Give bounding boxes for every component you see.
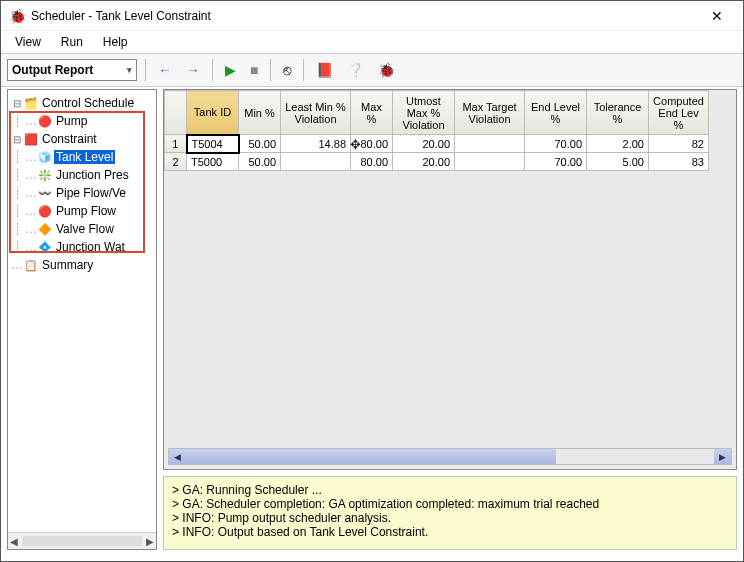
cell[interactable]: 5.00: [587, 153, 649, 171]
cell[interactable]: 80.00: [351, 153, 393, 171]
menu-view[interactable]: View: [7, 33, 49, 51]
tree-item-pump-flow[interactable]: ┊…🔴 Pump Flow: [10, 202, 154, 220]
tree-item-label: Tank Level: [54, 150, 115, 164]
cell[interactable]: 70.00: [525, 135, 587, 153]
scroll-left-icon[interactable]: ◀: [10, 536, 18, 547]
forward-button[interactable]: →: [182, 60, 204, 80]
grid-header-row: Tank ID Min % Least Min % Violation Max …: [165, 91, 709, 135]
tree-constraint[interactable]: ⊟🟥 Constraint: [10, 130, 154, 148]
tree-pump-label: Pump: [54, 114, 89, 128]
toolbar-separator: [212, 59, 213, 81]
menu-bar: View Run Help: [1, 31, 743, 53]
toolbar-separator: [145, 59, 146, 81]
toolbar-separator: [303, 59, 304, 81]
col-min[interactable]: Min %: [239, 91, 281, 135]
col-max[interactable]: Max %: [351, 91, 393, 135]
scroll-right-icon[interactable]: ▶: [714, 449, 731, 464]
scroll-thumb[interactable]: [186, 449, 556, 464]
tree-constraint-label: Constraint: [40, 132, 99, 146]
log-line: > INFO: Output based on Tank Level Const…: [172, 525, 728, 539]
cell[interactable]: 82: [649, 135, 709, 153]
row-header[interactable]: 2: [165, 153, 187, 171]
cell[interactable]: 50.00: [239, 135, 281, 153]
help-icon[interactable]: ❔: [343, 60, 368, 80]
col-tank-id[interactable]: Tank ID: [187, 91, 239, 135]
row-header[interactable]: 1: [165, 135, 187, 153]
scroll-left-icon[interactable]: ◀: [169, 449, 186, 464]
menu-help[interactable]: Help: [95, 33, 136, 51]
scroll-track[interactable]: [186, 449, 714, 464]
toolbar-separator: [270, 59, 271, 81]
cell[interactable]: 70.00: [525, 153, 587, 171]
play-button[interactable]: ▶: [221, 60, 240, 80]
col-tolerance[interactable]: Tolerance %: [587, 91, 649, 135]
valve-icon: 🔶: [38, 222, 52, 236]
scroll-right-icon[interactable]: ▶: [146, 536, 154, 547]
title-bar: 🐞 Scheduler - Tank Level Constraint ✕: [1, 1, 743, 31]
cell-tank-id[interactable]: T5004: [187, 135, 239, 153]
tree-item-tank-level[interactable]: ┊…🧊 Tank Level: [10, 148, 154, 166]
col-rownum[interactable]: [165, 91, 187, 135]
col-end-level[interactable]: End Level %: [525, 91, 587, 135]
table-row[interactable]: 2 T5000 50.00 80.00 20.00 70.00 5.00 83: [165, 153, 709, 171]
col-utmost-max[interactable]: Utmost Max % Violation: [393, 91, 455, 135]
tree-item-label: Pipe Flow/Ve: [54, 186, 128, 200]
col-computed[interactable]: Computed End Lev %: [649, 91, 709, 135]
close-button[interactable]: ✕: [699, 4, 735, 28]
window-title: Scheduler - Tank Level Constraint: [31, 9, 699, 23]
col-max-target[interactable]: Max Target Violation: [455, 91, 525, 135]
data-grid: Tank ID Min % Least Min % Violation Max …: [163, 89, 737, 470]
tree-summary-label: Summary: [40, 258, 95, 272]
schedule-icon: 🗂️: [24, 96, 38, 110]
grid-scrollbar[interactable]: ◀ ▶: [168, 448, 732, 465]
summary-icon: 📋: [24, 258, 38, 272]
tree-item-label: Pump Flow: [54, 204, 118, 218]
tree-item-junction-wat[interactable]: ┊…💠 Junction Wat: [10, 238, 154, 256]
back-button[interactable]: ←: [154, 60, 176, 80]
log-line: > GA: Running Scheduler ...: [172, 483, 728, 497]
menu-run[interactable]: Run: [53, 33, 91, 51]
cell[interactable]: [455, 135, 525, 153]
pump-flow-icon: 🔴: [38, 204, 52, 218]
tree-summary[interactable]: …📋 Summary: [10, 256, 154, 274]
book-icon[interactable]: 📕: [312, 60, 337, 80]
tree-panel: ⊟🗂️ Control Schedule ┊…🔴 Pump ⊟🟥 Constra…: [7, 89, 157, 550]
tank-icon: 🧊: [38, 150, 52, 164]
toolbar: Output Report ▾ ← → ▶ ■ ⎋ 📕 ❔ 🐞: [1, 53, 743, 87]
cell[interactable]: 50.00: [239, 153, 281, 171]
tree-item-label: Valve Flow: [54, 222, 116, 236]
cell[interactable]: 80.00: [351, 135, 393, 153]
constraint-icon: 🟥: [24, 132, 38, 146]
pipe-icon: 〰️: [38, 186, 52, 200]
cell[interactable]: [281, 153, 351, 171]
log-panel: > GA: Running Scheduler ... > GA: Schedu…: [163, 476, 737, 550]
tree-item-valve-flow[interactable]: ┊…🔶 Valve Flow: [10, 220, 154, 238]
cell[interactable]: 83: [649, 153, 709, 171]
tree-item-pipe-flow[interactable]: ┊…〰️ Pipe Flow/Ve: [10, 184, 154, 202]
app-icon: 🐞: [9, 8, 25, 24]
tree-pump[interactable]: ┊…🔴 Pump: [10, 112, 154, 130]
table-row[interactable]: 1 T5004 50.00 14.88 80.00 20.00 70.00 2.…: [165, 135, 709, 153]
cell[interactable]: 20.00: [393, 153, 455, 171]
tree-item-junction-pres[interactable]: ┊…❇️ Junction Pres: [10, 166, 154, 184]
tool-icon[interactable]: ⎋: [279, 60, 295, 80]
report-dropdown-label: Output Report: [12, 63, 93, 77]
tree-root[interactable]: ⊟🗂️ Control Schedule: [10, 94, 154, 112]
cell[interactable]: [455, 153, 525, 171]
cell-tank-id[interactable]: T5000: [187, 153, 239, 171]
bug-icon[interactable]: 🐞: [374, 60, 399, 80]
report-dropdown[interactable]: Output Report ▾: [7, 59, 137, 81]
col-least-min[interactable]: Least Min % Violation: [281, 91, 351, 135]
log-line: > GA: Scheduler completion: GA optimizat…: [172, 497, 728, 511]
tree-item-label: Junction Pres: [54, 168, 131, 182]
cell[interactable]: 14.88: [281, 135, 351, 153]
junction-wat-icon: 💠: [38, 240, 52, 254]
cell[interactable]: 20.00: [393, 135, 455, 153]
log-line: > INFO: Pump output scheduler analysis.: [172, 511, 728, 525]
scroll-thumb[interactable]: [22, 536, 142, 546]
tree: ⊟🗂️ Control Schedule ┊…🔴 Pump ⊟🟥 Constra…: [8, 90, 156, 532]
tree-root-label: Control Schedule: [40, 96, 136, 110]
tree-scrollbar[interactable]: ◀ ▶: [8, 532, 156, 549]
stop-button[interactable]: ■: [246, 60, 262, 80]
cell[interactable]: 2.00: [587, 135, 649, 153]
